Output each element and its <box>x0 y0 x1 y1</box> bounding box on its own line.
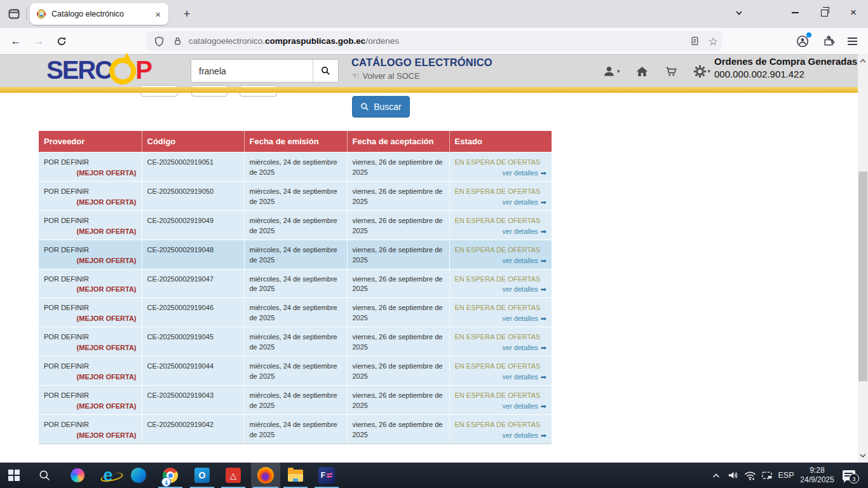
edge-app-icon[interactable] <box>125 463 153 488</box>
best-offer-label: (MEJOR OFERTA) <box>44 372 137 383</box>
catalog-search-input[interactable] <box>191 60 313 82</box>
provider-name: POR DEFINIR <box>44 362 137 372</box>
provider-name: POR DEFINIR <box>44 274 137 285</box>
tray-clock[interactable]: 9:28 24/9/2025 <box>797 463 837 488</box>
ver-detalles-link[interactable]: ver detalles <box>503 402 538 410</box>
catalog-search-button[interactable] <box>313 60 338 82</box>
order-status: EN ESPERA DE OFERTAS <box>455 158 547 168</box>
caret-down-icon: ▾ <box>708 68 711 74</box>
ver-detalles-link[interactable]: ver detalles <box>503 315 538 322</box>
tab-close-icon[interactable]: × <box>154 9 162 20</box>
tray-notification-center-icon[interactable]: 3 <box>837 463 860 488</box>
arrow-right-icon[interactable]: ➡ <box>541 373 546 381</box>
cart-button[interactable] <box>656 63 686 79</box>
emission-date: miércoles, 24 de septiembre de 2025 <box>244 181 347 210</box>
window-restore-button[interactable] <box>810 0 839 25</box>
settings-gear-button[interactable]: ▾ <box>686 63 719 79</box>
tray-volume-icon[interactable] <box>724 463 742 488</box>
window-close-button[interactable]: × <box>839 0 868 25</box>
provider-name: POR DEFINIR <box>44 332 137 342</box>
order-row: POR DEFINIR (MEJOR OFERTA) CE-2025000291… <box>39 181 552 210</box>
ver-detalles-link[interactable]: ver detalles <box>503 198 538 206</box>
start-button[interactable] <box>0 463 28 488</box>
arrow-right-icon[interactable]: ➡ <box>541 402 546 410</box>
arrow-right-icon[interactable]: ➡ <box>541 285 546 294</box>
reader-mode-icon[interactable] <box>690 36 700 46</box>
acceptance-date: viernes, 26 de septiembre de 2025 <box>347 327 449 356</box>
tray-language-indicator[interactable]: ESP <box>775 463 797 488</box>
tray-show-hidden-icons-chevron[interactable] <box>708 463 724 488</box>
back-button[interactable]: ← <box>6 32 25 51</box>
home-button[interactable] <box>628 63 656 79</box>
account-icon[interactable] <box>796 34 810 48</box>
best-offer-label: (MEJOR OFERTA) <box>44 256 137 266</box>
tab-list-chevron-icon[interactable] <box>724 0 754 25</box>
ver-detalles-link[interactable]: ver detalles <box>503 344 538 351</box>
ver-detalles-link[interactable]: ver detalles <box>503 257 538 264</box>
volver-al-soce-link[interactable]: ☜ Volver al SOCE <box>351 71 492 81</box>
new-tab-button[interactable]: + <box>178 5 196 23</box>
tray-wifi-icon[interactable] <box>742 463 759 488</box>
acceptance-date: viernes, 26 de septiembre de 2025 <box>347 269 449 298</box>
browser-tab[interactable]: Catálogo electrónico × <box>30 3 168 25</box>
internet-explorer-app-icon[interactable]: e <box>94 463 122 488</box>
lock-icon[interactable] <box>173 36 182 46</box>
reload-button[interactable] <box>52 32 71 51</box>
order-row: POR DEFINIR (MEJOR OFERTA) CE-2025000291… <box>39 298 552 327</box>
ver-detalles-link[interactable]: ver detalles <box>503 169 538 177</box>
ver-detalles-link[interactable]: ver detalles <box>503 285 538 293</box>
url-bar[interactable]: catalogoelectronico.compraspublicas.gob.… <box>146 31 722 51</box>
extensions-puzzle-icon[interactable] <box>822 35 835 48</box>
tab-divider <box>26 8 27 20</box>
window-minimize-button[interactable] <box>780 0 810 25</box>
order-row: POR DEFINIR (MEJOR OFERTA) CE-2025000291… <box>39 414 552 444</box>
orders-summary: Ordenes de Compra Generadas 000.000.002.… <box>714 56 857 79</box>
best-offer-label: (MEJOR OFERTA) <box>44 402 137 412</box>
arrow-right-icon[interactable]: ➡ <box>541 198 546 207</box>
arrow-right-icon[interactable]: ➡ <box>541 169 546 177</box>
copilot-app-icon[interactable] <box>64 463 92 488</box>
search-icon <box>38 469 51 482</box>
screen: Catálogo electrónico × + × ← → catalogoe… <box>0 0 868 488</box>
chrome-app-icon[interactable] <box>156 463 184 488</box>
hamburger-menu-icon[interactable] <box>848 36 857 46</box>
emission-date: miércoles, 24 de septiembre de 2025 <box>244 152 347 182</box>
adobe-acrobat-app-icon[interactable]: △ <box>219 463 247 488</box>
tray-remote-session-icon[interactable] <box>759 463 775 488</box>
ver-detalles-link[interactable]: ver detalles <box>503 431 538 439</box>
arrow-right-icon[interactable]: ➡ <box>541 315 546 323</box>
emission-date: miércoles, 24 de septiembre de 2025 <box>244 414 347 444</box>
toolbar-right-icons <box>796 32 857 51</box>
arrow-right-icon[interactable]: ➡ <box>541 344 546 352</box>
firefox-view-icon[interactable] <box>6 7 22 21</box>
emission-date: miércoles, 24 de septiembre de 2025 <box>244 356 347 386</box>
acceptance-date: viernes, 26 de septiembre de 2025 <box>347 181 449 210</box>
ver-detalles-link[interactable]: ver detalles <box>503 227 538 235</box>
arrow-right-icon[interactable]: ➡ <box>541 227 546 236</box>
best-offer-label: (MEJOR OFERTA) <box>44 431 137 441</box>
acceptance-date: viernes, 26 de septiembre de 2025 <box>347 414 449 444</box>
order-status: EN ESPERA DE OFERTAS <box>455 187 547 197</box>
file-explorer-app-icon[interactable] <box>281 463 309 488</box>
vertical-scrollbar[interactable] <box>858 54 868 463</box>
taskbar-search-button[interactable] <box>31 463 58 488</box>
scroll-down-arrow[interactable] <box>858 450 868 461</box>
acceptance-date: viernes, 26 de septiembre de 2025 <box>347 386 449 415</box>
caret-down-icon: ▾ <box>617 68 620 74</box>
scroll-up-arrow[interactable] <box>858 55 868 67</box>
order-status: EN ESPERA DE OFERTAS <box>455 303 547 313</box>
firefox-app-icon[interactable] <box>251 463 280 488</box>
buscar-button[interactable]: Buscar <box>352 96 410 118</box>
outlook-app-icon[interactable]: O <box>188 463 216 488</box>
provider-name: POR DEFINIR <box>44 420 137 430</box>
scrollbar-thumb[interactable] <box>858 172 867 381</box>
arrow-right-icon[interactable]: ➡ <box>541 431 546 440</box>
shield-icon[interactable] <box>154 36 165 47</box>
best-offer-label: (MEJOR OFERTA) <box>44 227 137 237</box>
feo-app-icon[interactable]: F <box>313 463 341 488</box>
acceptance-date: viernes, 26 de septiembre de 2025 <box>347 152 449 182</box>
bookmark-star-icon[interactable]: ☆ <box>709 35 718 48</box>
user-menu-button[interactable]: ▾ <box>595 63 628 79</box>
arrow-right-icon[interactable]: ➡ <box>541 257 546 265</box>
ver-detalles-link[interactable]: ver detalles <box>503 373 538 381</box>
